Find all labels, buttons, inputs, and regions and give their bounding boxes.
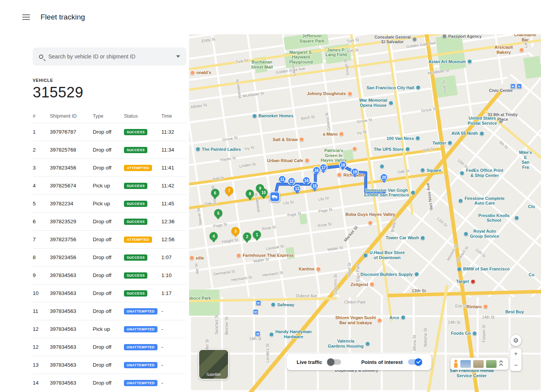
- stop-marker[interactable]: 15: [311, 182, 319, 190]
- map-viewport[interactable]: Eddy StTurk StTurk StElm StGolden Gate A…: [189, 34, 541, 392]
- poi-label[interactable]: Tower Car Wash: [386, 235, 425, 240]
- poi-label[interactable]: Target: [456, 279, 475, 284]
- poi-label[interactable]: Firestone Complete Auto Care: [458, 196, 505, 206]
- poi-label[interactable]: [368, 221, 373, 225]
- stop-marker[interactable]: 17: [319, 164, 327, 172]
- poi-label[interactable]: onald's: [190, 70, 211, 75]
- table-row[interactable]: 1397976787Drop offSUCCESS11:32: [33, 123, 186, 141]
- stop-marker[interactable]: 12: [287, 177, 295, 185]
- transit-icon[interactable]: M: [255, 331, 260, 336]
- poi-label[interactable]: 33 8th at Trinity Place: [483, 112, 522, 122]
- poi-label[interactable]: The UPS Store: [374, 147, 410, 152]
- stop-marker[interactable]: 8: [246, 190, 254, 198]
- poi-label[interactable]: Best Buy: [505, 309, 524, 314]
- table-row[interactable]: 10397834563Drop offSUCCESS1:17: [33, 284, 186, 302]
- stop-marker[interactable]: 18: [339, 161, 347, 169]
- poi-label[interactable]: The Painted Ladies: [196, 147, 241, 152]
- poi-label[interactable]: Asian Art Museum: [428, 59, 472, 64]
- poi-label[interactable]: Urban Ritual Cafe: [267, 158, 309, 163]
- stop-marker[interactable]: 19: [351, 168, 359, 176]
- poi-label[interactable]: Twitter: [433, 141, 453, 146]
- stop-marker[interactable]: 6: [211, 189, 219, 197]
- poi-label[interactable]: Square: [421, 168, 441, 173]
- my-location-button[interactable]: [510, 335, 522, 346]
- transit-icon[interactable]: M: [253, 309, 258, 314]
- stop-marker[interactable]: 10: [260, 188, 268, 196]
- zoom-out-button[interactable]: −: [510, 360, 522, 371]
- zoom-in-button[interactable]: +: [510, 348, 522, 360]
- poi-label[interactable]: San Francisco Honda Service Center: [450, 369, 493, 378]
- vehicle-marker[interactable]: [270, 191, 280, 202]
- table-row[interactable]: 4397825674Pick upSUCCESS11:42: [33, 177, 186, 194]
- poi-label[interactable]: Rintaro: [467, 304, 488, 309]
- stop-marker[interactable]: 14: [302, 176, 310, 184]
- chevron-down-icon[interactable]: [176, 55, 180, 58]
- table-row[interactable]: 3397823456Drop offATTEMPTED11:41: [33, 159, 186, 177]
- menu-icon[interactable]: [22, 14, 30, 20]
- poi-label[interactable]: Foods Co: [451, 331, 477, 336]
- table-row[interactable]: 9397834563Drop offSUCCESS1:10: [33, 266, 186, 284]
- poi-label[interactable]: Royal Auto Group Service: [464, 229, 499, 239]
- table-row[interactable]: 7397823756Drop offATTEMPTED12:56: [33, 230, 186, 248]
- table-row[interactable]: 13397834563Drop offUNATTEMPTED-: [33, 356, 186, 374]
- table-row[interactable]: 8397823456Drop offSUCCESS1:07: [33, 248, 186, 266]
- search-input[interactable]: [48, 53, 171, 60]
- poi-label[interactable]: Salt & Straw: [273, 137, 304, 142]
- poi-label[interactable]: Johnny Doughnuts: [307, 91, 352, 96]
- poi-label[interactable]: [352, 147, 357, 151]
- poi-label[interactable]: San Francisco City Hall: [367, 85, 421, 90]
- poi-label[interactable]: [380, 164, 384, 169]
- live-traffic-toggle[interactable]: [328, 359, 341, 365]
- poi-label[interactable]: Safeway: [271, 302, 294, 307]
- table-row[interactable]: 2397825768Drop offSUCCESS11:34: [33, 141, 186, 159]
- poi-label[interactable]: War Memorial Opera House: [359, 98, 394, 108]
- poi-label[interactable]: AVA 55 Ninth: [451, 131, 484, 136]
- poi-label[interactable]: Shizen Vegan Sushi Bar and Izakaya: [335, 316, 382, 325]
- table-row[interactable]: 12397834563Pick upUNATTEMPTED-: [33, 320, 186, 338]
- poi-label[interactable]: Boba Guys Hayes Valley: [345, 212, 395, 217]
- poi-label[interactable]: Farmhouse Thai Express: [237, 253, 294, 258]
- poi-label[interactable]: FedEx Office Print & Ship Center: [460, 168, 503, 178]
- pegman-icon[interactable]: [454, 360, 458, 368]
- transit-icon[interactable]: M: [510, 84, 515, 89]
- poi-label[interactable]: Immersive Van Gogh Exhibit San Francisco: [364, 188, 415, 198]
- poi-label[interactable]: Civic Center: [489, 88, 513, 93]
- stop-marker[interactable]: 7: [225, 187, 233, 195]
- transit-icon[interactable]: M: [256, 300, 261, 305]
- table-row[interactable]: 14397834563Drop offUNATTEMPTED-: [33, 374, 186, 392]
- photo-thumbnail[interactable]: [486, 360, 497, 368]
- poi-label[interactable]: Handy Handyman Hardware: [269, 330, 312, 339]
- poi-label[interactable]: a Mano: [323, 132, 344, 137]
- photo-thumbnail[interactable]: [473, 360, 484, 368]
- poi-label[interactable]: Arco: [389, 315, 405, 320]
- stop-marker[interactable]: 4: [210, 232, 218, 240]
- poi-label[interactable]: Mike's E San Fra: [518, 150, 533, 170]
- search-box[interactable]: [33, 48, 186, 65]
- stop-marker[interactable]: 1: [253, 231, 261, 239]
- poi-label[interactable]: Discount Builders Supply: [361, 272, 419, 277]
- poi-label[interactable]: Consulate General El Salvador: [375, 35, 417, 44]
- poi-label[interactable]: Passport Agency: [442, 34, 481, 39]
- table-row[interactable]: 11397834563Drop offUNATTEMPTED-: [33, 302, 186, 320]
- table-row[interactable]: 6397823529Drop offSUCCESS12:36: [33, 212, 186, 230]
- stop-marker[interactable]: 11: [278, 175, 286, 183]
- poi-label[interactable]: Kantine: [299, 267, 321, 272]
- poi-label[interactable]: Charmaine Bar: [514, 34, 536, 42]
- poi-label[interactable]: 100 Van Ness: [387, 136, 420, 141]
- poi-toggle[interactable]: [408, 359, 421, 365]
- stop-marker[interactable]: 5: [214, 209, 222, 217]
- stop-marker[interactable]: 20: [380, 173, 388, 182]
- satellite-toggle[interactable]: Satellite: [198, 349, 229, 380]
- poi-label[interactable]: eille: [189, 255, 204, 260]
- table-row[interactable]: 12397834563Drop offUNATTEMPTED-: [33, 338, 186, 356]
- poi-label[interactable]: U-Haul Box Store of Downtown: [363, 251, 405, 260]
- poi-label[interactable]: Arsicault Bakery: [490, 45, 524, 55]
- transit-icon[interactable]: b: [517, 84, 522, 89]
- poi-label[interactable]: Co: [529, 272, 534, 277]
- poi-label[interactable]: Zeitgeist: [351, 282, 375, 287]
- collapse-icon[interactable]: [500, 361, 502, 367]
- poi-label[interactable]: Presidio Knolls School: [475, 213, 519, 223]
- table-row[interactable]: 539782234Pick upSUCCESS11:45: [33, 194, 186, 212]
- poi-label[interactable]: Clo: [528, 204, 535, 209]
- poi-label[interactable]: BMW of San Francisco: [457, 267, 509, 272]
